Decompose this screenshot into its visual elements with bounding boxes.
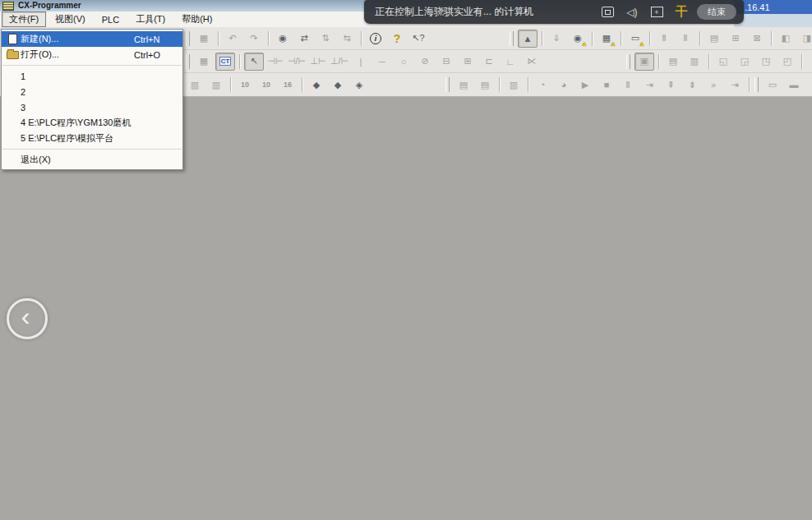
menu-item-exit[interactable]: 退出(X) bbox=[2, 152, 182, 168]
sim-stop-icon[interactable]: ■ bbox=[597, 76, 616, 94]
contact-nc-icon[interactable]: ⊣/⊢ bbox=[287, 53, 307, 71]
comment-toggle-icon[interactable]: CT bbox=[215, 53, 235, 71]
signed-decimal-monitor-icon-glyph: 10 bbox=[262, 81, 270, 89]
set-value-1-icon[interactable]: ◆ bbox=[307, 76, 326, 94]
sim-play-icon[interactable]: ▶ bbox=[575, 76, 595, 94]
open-folder-icon bbox=[7, 51, 19, 59]
screenshot-icon[interactable]: + bbox=[644, 0, 669, 24]
address-reference-icon[interactable]: ▤ bbox=[663, 53, 683, 71]
diff-2-icon[interactable]: ◲ bbox=[735, 53, 754, 71]
fb-call-icon-glyph: ⊏ bbox=[485, 56, 492, 67]
speaker-icon[interactable]: ◁) bbox=[620, 0, 644, 24]
contact-or-no-icon[interactable]: ⊥⊢ bbox=[308, 53, 328, 71]
download-icon[interactable]: ⇓ bbox=[547, 30, 566, 48]
save-icon[interactable]: ▦ bbox=[194, 30, 214, 48]
memory-view-icon[interactable]: ▥ bbox=[685, 53, 704, 71]
toolbar-drag-handle[interactable] bbox=[510, 31, 514, 46]
menu-item-recent-2[interactable]: 2 bbox=[2, 84, 182, 99]
online-monitor-icon[interactable]: ▭▲ bbox=[625, 30, 645, 48]
menu-tools[interactable]: 工具(T) bbox=[128, 12, 173, 27]
end-control-button[interactable]: 结束 bbox=[697, 4, 736, 20]
sim-step-run-icon[interactable]: ⇥ bbox=[639, 76, 659, 94]
view-grid-icon[interactable]: ▦ bbox=[194, 53, 214, 71]
memory-cassette-2-icon[interactable]: ▬ bbox=[784, 76, 804, 94]
contact-no-icon[interactable]: ⊣⊢ bbox=[265, 53, 285, 71]
hierarchy-icon[interactable]: ≣ bbox=[806, 53, 812, 71]
compare-with-plc-icon[interactable]: ◉▲ bbox=[568, 30, 588, 48]
info-icon[interactable]: i bbox=[366, 30, 385, 48]
memory-cassette-3-icon[interactable]: ⊟ bbox=[805, 76, 812, 94]
sim-scan-run-icon[interactable]: ◔ bbox=[533, 76, 552, 94]
set-value-3-icon[interactable]: ◈ bbox=[349, 76, 369, 94]
work-online-simulator-icon[interactable]: ▲ bbox=[518, 30, 537, 48]
save-icon-glyph: ▦ bbox=[200, 33, 208, 44]
find-icon[interactable]: ◉ bbox=[273, 30, 293, 48]
decimal-monitor-icon[interactable]: 10 bbox=[235, 76, 255, 94]
menu-view[interactable]: 视图(V) bbox=[48, 12, 93, 27]
sim-continuous-run-icon[interactable]: ◕ bbox=[554, 76, 574, 94]
contact-or-nc-icon[interactable]: ⊥/⊢ bbox=[330, 53, 349, 71]
horizontal-line-icon[interactable]: ─ bbox=[372, 53, 392, 71]
menu-item-recent-3[interactable]: 3 bbox=[2, 99, 182, 115]
online-edit-begin-icon[interactable]: ⊞ bbox=[726, 30, 745, 48]
menu-item-recent-5[interactable]: 5 E:\PLC程序\模拟平台 bbox=[2, 131, 182, 146]
signed-decimal-monitor-icon[interactable]: 10 bbox=[256, 76, 276, 94]
sim-monitor-icon[interactable]: ▥ bbox=[504, 76, 524, 94]
diff-3-icon[interactable]: ◳ bbox=[756, 53, 776, 71]
memory-cassette-1-icon[interactable]: ▭ bbox=[763, 76, 782, 94]
diff-1-icon[interactable]: ◱ bbox=[713, 53, 733, 71]
sim-scan-run-icon-glyph: ◔ bbox=[540, 80, 546, 90]
help-icon[interactable]: ? bbox=[387, 30, 407, 48]
online-edit-cancel-icon[interactable]: ⊠ bbox=[747, 30, 767, 48]
sim-window-1-icon[interactable]: ▤ bbox=[454, 76, 473, 94]
replace-icon[interactable]: ⇆ bbox=[337, 30, 357, 48]
hex-monitor-icon[interactable]: 16 bbox=[278, 76, 298, 94]
back-button[interactable]: ‹ bbox=[7, 298, 48, 339]
force-off-icon[interactable]: ◨ bbox=[797, 30, 812, 48]
menu-item-open[interactable]: 打开(O)...Ctrl+O bbox=[2, 47, 182, 62]
line-delete-icon[interactable]: ⋉ bbox=[522, 53, 542, 71]
sim-step-out-icon[interactable]: ⇟ bbox=[682, 76, 702, 94]
diff-4-icon[interactable]: ◰ bbox=[777, 53, 797, 71]
search-results-icon[interactable]: ⇅ bbox=[316, 30, 335, 48]
pause-icon[interactable]: Ⅱ bbox=[676, 30, 695, 48]
toolbar-drag-handle[interactable] bbox=[445, 77, 450, 92]
toolbar-drag-handle[interactable] bbox=[186, 54, 190, 69]
force-on-icon[interactable]: ◧ bbox=[776, 30, 796, 48]
toolbar-drag-handle[interactable] bbox=[186, 31, 190, 46]
menu-plc[interactable]: PLC bbox=[95, 13, 127, 26]
sim-fast-forward-icon[interactable]: » bbox=[704, 76, 723, 94]
instruction-icon[interactable]: ⊟ bbox=[436, 53, 456, 71]
io-comment-icon[interactable]: ▥ bbox=[185, 76, 205, 94]
coil-nc-icon[interactable]: ⊘ bbox=[415, 53, 435, 71]
line-connect-icon[interactable]: ∟ bbox=[501, 53, 520, 71]
redo-icon[interactable]: ↷ bbox=[244, 30, 264, 48]
context-help-icon[interactable]: ↖? bbox=[408, 30, 428, 48]
select-tool-icon[interactable]: ↖ bbox=[244, 53, 264, 71]
find-replace-icon[interactable]: ⇄ bbox=[294, 30, 314, 48]
menu-file[interactable]: 文件(F) bbox=[2, 12, 46, 27]
sim-step-in-icon[interactable]: ⇞ bbox=[661, 76, 681, 94]
sim-pause-icon[interactable]: Ⅱ bbox=[618, 76, 638, 94]
sim-to-end-icon[interactable]: ⇥ bbox=[725, 76, 745, 94]
watch-window-icon[interactable]: ▣ bbox=[634, 53, 654, 71]
fullscreen-icon[interactable] bbox=[595, 0, 620, 24]
undo-icon[interactable]: ↶ bbox=[223, 30, 242, 48]
menu-item-recent-4[interactable]: 4 E:\PLC程序\YGM130磨机 bbox=[2, 115, 182, 131]
vertical-line-icon[interactable]: | bbox=[351, 53, 371, 71]
coil-icon[interactable]: ○ bbox=[394, 53, 413, 71]
menu-help[interactable]: 帮助(H) bbox=[174, 12, 219, 27]
fb-call-icon[interactable]: ⊏ bbox=[479, 53, 499, 71]
toolbar-drag-handle[interactable] bbox=[626, 54, 630, 69]
rung-comment-icon[interactable]: ▥ bbox=[206, 76, 226, 94]
pause-monitor-icon[interactable]: Ⅱ bbox=[654, 30, 674, 48]
menu-item-recent-1[interactable]: 1 bbox=[2, 68, 182, 84]
toolbar-drag-handle[interactable] bbox=[754, 77, 759, 92]
brand-icon[interactable]: 干 bbox=[669, 0, 694, 24]
set-value-2-icon[interactable]: ◆ bbox=[328, 76, 348, 94]
menu-item-new[interactable]: 新建(N)...Ctrl+N bbox=[2, 31, 182, 47]
transfer-to-plc-icon[interactable]: ▦▲ bbox=[597, 30, 616, 48]
instruction-nc-icon[interactable]: ⊞ bbox=[458, 53, 478, 71]
sim-window-2-icon[interactable]: ▤ bbox=[475, 76, 495, 94]
program-check-icon[interactable]: ▤ bbox=[704, 30, 724, 48]
